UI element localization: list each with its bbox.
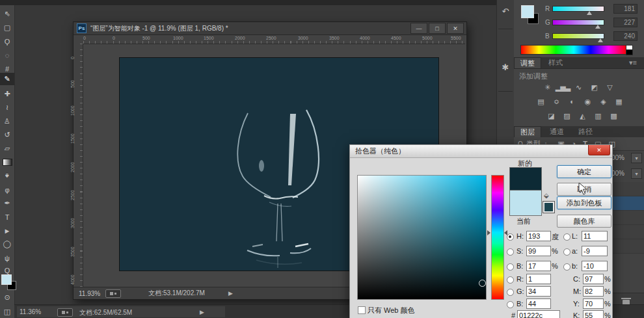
b-slider-track[interactable]: [552, 33, 604, 39]
h-input[interactable]: [526, 231, 551, 241]
app-zoom-level[interactable]: 11.36%: [20, 308, 41, 315]
gradient-map-icon[interactable]: ▥: [592, 111, 604, 121]
tab-channels[interactable]: 通道: [544, 126, 570, 137]
cancel-button[interactable]: 取消: [557, 183, 611, 196]
curves-icon[interactable]: ∿: [572, 82, 584, 92]
hand-tool[interactable]: ψ: [0, 252, 14, 264]
hue-arrow-left[interactable]: [487, 230, 490, 235]
lasso-tool[interactable]: Ϙ: [0, 35, 14, 47]
close-window-button[interactable]: ✕: [447, 23, 464, 34]
properties-panel-button[interactable]: ✱: [498, 59, 513, 75]
hue-saturation-icon[interactable]: ▤: [535, 96, 546, 107]
picker-titlebar[interactable]: 拾色器（纯色） ✕: [350, 145, 612, 158]
h-radio[interactable]: [507, 233, 514, 241]
history-panel-button[interactable]: ↶: [498, 3, 513, 20]
foreground-color-swatch[interactable]: [1, 274, 12, 285]
g-slider-thumb[interactable]: [595, 25, 600, 29]
fill-dropdown-button[interactable]: ▾: [631, 168, 642, 179]
c-input[interactable]: [583, 274, 604, 284]
lab-b-radio[interactable]: [563, 263, 570, 271]
l-radio[interactable]: [563, 233, 570, 241]
b-input[interactable]: [526, 261, 551, 271]
brightness-contrast-icon[interactable]: ✳: [541, 82, 553, 92]
color-lookup-icon[interactable]: ▦: [613, 96, 624, 107]
k-input[interactable]: [583, 310, 604, 318]
fill-value[interactable]: 00%: [611, 170, 624, 177]
current-color-swatch[interactable]: [509, 190, 542, 216]
s-input[interactable]: [526, 246, 551, 256]
history-brush-tool[interactable]: ↺: [0, 129, 14, 141]
tab-adjustments[interactable]: 调整: [514, 57, 541, 68]
r-value[interactable]: 181: [613, 4, 637, 14]
color-spectrum-ramp[interactable]: [520, 45, 627, 55]
status-options-arrow[interactable]: ▶: [228, 290, 233, 297]
document-titlebar[interactable]: Ps “图层”为智能对象 -1 @ 11.9% (图层 1, RGB/8) * …: [74, 22, 466, 35]
exposure-icon[interactable]: ◩: [588, 82, 600, 92]
screen-mode-button[interactable]: ◫: [0, 306, 14, 318]
panel-foreground-swatch[interactable]: [521, 5, 534, 18]
tab-styles[interactable]: 样式: [543, 57, 569, 68]
channel-mixer-icon[interactable]: ◈: [597, 96, 609, 107]
r-input[interactable]: [526, 274, 551, 284]
pen-tool[interactable]: ✒: [0, 197, 14, 209]
photo-filter-icon[interactable]: ◉: [582, 96, 593, 107]
tab-paths[interactable]: 路径: [572, 126, 598, 137]
a-radio[interactable]: [563, 248, 570, 256]
g-radio[interactable]: [507, 289, 514, 296]
l-input[interactable]: [582, 231, 608, 241]
color-field-marker[interactable]: [479, 280, 486, 287]
posterize-icon[interactable]: ▨: [561, 111, 572, 121]
picker-close-button[interactable]: ✕: [588, 145, 610, 155]
b-slider-thumb[interactable]: [598, 38, 603, 42]
web-colors-checkbox[interactable]: [358, 306, 366, 314]
opacity-value[interactable]: 00%: [611, 154, 624, 161]
invert-icon[interactable]: ◪: [545, 111, 557, 121]
g-slider-track[interactable]: [552, 20, 604, 25]
hex-input[interactable]: [517, 310, 560, 318]
m-input[interactable]: [583, 286, 604, 297]
document-zoom-level[interactable]: 11.93%: [79, 290, 100, 297]
panel-menu-icon[interactable]: ▾≡: [623, 57, 643, 68]
brush-tool[interactable]: ≀: [0, 101, 14, 114]
r-slider-track[interactable]: [552, 6, 604, 12]
r-radio[interactable]: [507, 276, 514, 284]
type-tool[interactable]: T: [0, 211, 14, 223]
quick-selection-tool[interactable]: ◌: [0, 49, 14, 61]
hue-strip[interactable]: [491, 175, 504, 300]
g-input[interactable]: [526, 286, 551, 297]
app-status-options-arrow[interactable]: ▶: [200, 309, 204, 315]
b-radio[interactable]: [507, 263, 514, 271]
eyedropper-tool[interactable]: ✎: [0, 73, 14, 85]
r-slider-thumb[interactable]: [587, 11, 592, 15]
s-radio[interactable]: [507, 248, 514, 256]
opacity-dropdown-button[interactable]: ▾: [631, 153, 642, 163]
blur-tool[interactable]: ♠: [0, 170, 14, 182]
move-tool[interactable]: ⇖: [0, 8, 14, 20]
color-libraries-button[interactable]: 颜色库: [557, 215, 611, 228]
levels-icon[interactable]: ▂▅▃: [557, 82, 569, 92]
color-balance-icon[interactable]: ≎: [550, 96, 562, 107]
a-input[interactable]: [582, 246, 608, 256]
b-value[interactable]: 240: [613, 31, 637, 41]
color-field[interactable]: [357, 175, 487, 300]
b2-input[interactable]: [526, 298, 551, 309]
quick-mask-button[interactable]: ⊙: [0, 291, 14, 304]
minimize-button[interactable]: —: [410, 23, 427, 34]
marquee-tool[interactable]: ▢: [0, 21, 14, 34]
clone-stamp-tool[interactable]: ♙: [0, 115, 14, 127]
ok-button[interactable]: 确定: [557, 165, 611, 178]
spectrum-black-chip[interactable]: [626, 49, 633, 55]
threshold-icon[interactable]: ◭: [576, 111, 588, 121]
maximize-button[interactable]: □: [429, 23, 446, 34]
eraser-tool[interactable]: ▱: [0, 142, 14, 155]
add-to-swatches-button[interactable]: 添加到色板: [557, 196, 611, 209]
path-selection-tool[interactable]: ►: [0, 224, 14, 237]
web-safe-swatch-icon[interactable]: [543, 202, 554, 213]
ruler-origin[interactable]: [74, 35, 84, 44]
b2-radio[interactable]: [507, 301, 514, 308]
gamut-warning-icon[interactable]: [544, 191, 550, 198]
selective-color-icon[interactable]: ▩: [608, 111, 619, 121]
lab-b-input[interactable]: [582, 261, 608, 271]
vibrance-icon[interactable]: ▽: [604, 82, 615, 92]
healing-brush-tool[interactable]: ✚: [0, 88, 14, 100]
